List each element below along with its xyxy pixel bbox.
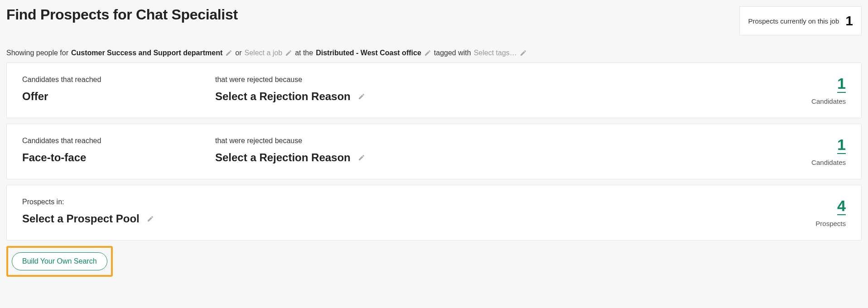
stage-value[interactable]: Offer <box>22 90 48 103</box>
count-label: Candidates <box>800 159 846 166</box>
pencil-icon[interactable] <box>520 49 527 57</box>
reason-value[interactable]: Select a Rejection Reason <box>215 90 365 103</box>
filter-at-the: at the <box>295 49 313 57</box>
stage-value[interactable]: Face-to-face <box>22 151 86 164</box>
filter-office[interactable]: Distributed - West Coast office <box>316 49 421 57</box>
pencil-icon[interactable] <box>358 154 365 161</box>
pencil-icon[interactable] <box>424 49 431 57</box>
stage-label: Candidates that reached <box>22 137 215 145</box>
build-your-own-search-button[interactable]: Build Your Own Search <box>12 252 107 270</box>
candidate-count-link[interactable]: 1 <box>837 137 846 154</box>
page-title: Find Prospects for Chat Specialist <box>6 6 238 23</box>
stage-value-text: Offer <box>22 90 48 103</box>
filter-department[interactable]: Customer Success and Support department <box>71 49 222 57</box>
summary-label: Prospects currently on this job <box>748 17 839 25</box>
prospect-count-link[interactable]: 4 <box>837 198 846 215</box>
prospect-card: Candidates that reached Offer that were … <box>6 63 862 118</box>
prospect-card: Prospects in: Select a Prospect Pool 4 P… <box>6 185 862 241</box>
filter-sentence: Showing people for Customer Success and … <box>6 49 862 57</box>
stage-label: Prospects in: <box>22 198 800 206</box>
stage-label: Candidates that reached <box>22 76 215 84</box>
filter-prefix: Showing people for <box>6 49 68 57</box>
reason-label: that were rejected because <box>215 137 800 145</box>
stage-value-text: Face-to-face <box>22 151 86 164</box>
reason-value-text: Select a Rejection Reason <box>215 90 351 103</box>
filter-or: or <box>235 49 241 57</box>
pencil-icon[interactable] <box>358 93 365 100</box>
filter-tags-placeholder[interactable]: Select tags… <box>474 49 517 57</box>
reason-value-text: Select a Rejection Reason <box>215 151 351 164</box>
filter-tagged-with: tagged with <box>434 49 471 57</box>
prospect-pool-text: Select a Prospect Pool <box>22 212 140 225</box>
summary-count: 1 <box>845 13 853 29</box>
prospects-summary-badge: Prospects currently on this job 1 <box>739 6 862 35</box>
candidate-count-link[interactable]: 1 <box>837 76 846 93</box>
count-label: Prospects <box>800 220 846 227</box>
build-search-highlight: Build Your Own Search <box>6 246 113 277</box>
prospect-card: Candidates that reached Face-to-face tha… <box>6 124 862 179</box>
pencil-icon[interactable] <box>225 49 232 57</box>
reason-label: that were rejected because <box>215 76 800 84</box>
count-label: Candidates <box>800 97 846 105</box>
reason-value[interactable]: Select a Rejection Reason <box>215 151 365 164</box>
pencil-icon[interactable] <box>285 49 292 57</box>
prospect-pool-value[interactable]: Select a Prospect Pool <box>22 212 154 225</box>
pencil-icon[interactable] <box>147 215 154 222</box>
filter-job-placeholder[interactable]: Select a job <box>245 49 283 57</box>
